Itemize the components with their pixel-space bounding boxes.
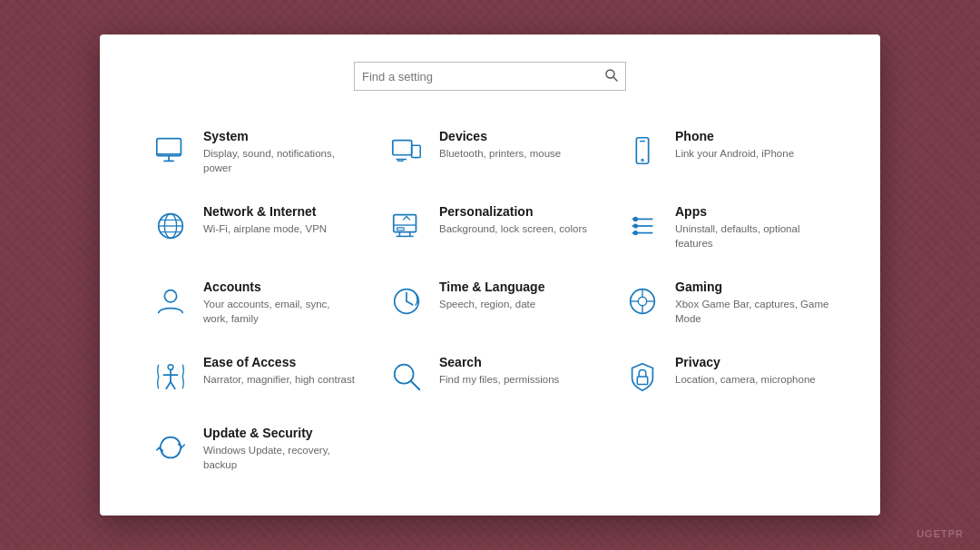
easeofaccess-desc: Narrator, magnifier, high contrast — [203, 372, 355, 387]
settings-item-updatesecurity[interactable]: Update & Security Windows Update, recove… — [136, 413, 372, 488]
svg-line-34 — [407, 301, 413, 305]
time-title: Time & Language — [439, 280, 544, 294]
apps-title: Apps — [675, 204, 829, 219]
svg-line-45 — [411, 381, 420, 390]
search-desc: Find my files, permissions — [439, 372, 559, 387]
personalization-text: Personalization Background, lock screen,… — [439, 204, 587, 236]
settings-window: System Display, sound, notifications, po… — [100, 34, 880, 516]
system-title: System — [203, 129, 358, 143]
settings-item-time[interactable]: Time & Language Speech, region, date — [372, 267, 608, 342]
gaming-title: Gaming — [675, 280, 829, 294]
privacy-title: Privacy — [675, 355, 816, 369]
apps-text: Apps Uninstall, defaults, optional featu… — [675, 204, 829, 250]
phone-text: Phone Link your Android, iPhone — [675, 129, 794, 161]
network-text: Network & Internet Wi-Fi, airplane mode,… — [203, 204, 327, 236]
easeofaccess-text: Ease of Access Narrator, magnifier, high… — [203, 355, 355, 387]
svg-point-29 — [634, 224, 638, 228]
personalization-desc: Background, lock screen, colors — [439, 221, 587, 236]
svg-rect-6 — [393, 141, 412, 155]
privacy-icon — [622, 357, 662, 397]
devices-icon — [387, 131, 426, 171]
svg-rect-21 — [397, 228, 405, 231]
search-bar-container — [136, 62, 844, 91]
updatesecurity-title: Update & Security — [203, 426, 358, 440]
easeofaccess-icon — [151, 357, 191, 397]
accounts-desc: Your accounts, email, sync, work, family — [203, 297, 358, 326]
network-title: Network & Internet — [203, 204, 327, 219]
privacy-text: Privacy Location, camera, microphone — [675, 355, 816, 387]
devices-title: Devices — [439, 129, 561, 143]
watermark: UGETPR — [916, 528, 964, 539]
devices-desc: Bluetooth, printers, mouse — [439, 146, 561, 161]
settings-item-privacy[interactable]: Privacy Location, camera, microphone — [608, 342, 844, 413]
devices-text: Devices Bluetooth, printers, mouse — [439, 129, 561, 161]
svg-rect-7 — [412, 145, 421, 157]
phone-icon — [622, 131, 662, 171]
svg-point-30 — [634, 231, 638, 235]
search-icon — [605, 69, 618, 84]
settings-item-easeofaccess[interactable]: Ease of Access Narrator, magnifier, high… — [136, 342, 372, 413]
search-icon — [387, 357, 426, 397]
settings-grid: System Display, sound, notifications, po… — [136, 116, 844, 488]
personalization-title: Personalization — [439, 204, 587, 219]
svg-point-41 — [168, 365, 173, 370]
network-desc: Wi-Fi, airplane mode, VPN — [203, 221, 327, 236]
search-title: Search — [439, 355, 559, 369]
apps-icon — [622, 206, 662, 246]
personalization-icon — [387, 206, 426, 246]
accounts-title: Accounts — [203, 280, 358, 294]
time-desc: Speech, region, date — [439, 297, 544, 311]
updatesecurity-icon — [151, 427, 191, 467]
updatesecurity-text: Update & Security Windows Update, recove… — [203, 426, 358, 472]
gaming-icon — [622, 281, 662, 321]
phone-desc: Link your Android, iPhone — [675, 146, 794, 161]
settings-item-system[interactable]: System Display, sound, notifications, po… — [136, 116, 372, 192]
svg-line-1 — [613, 77, 617, 81]
settings-item-apps[interactable]: Apps Uninstall, defaults, optional featu… — [608, 192, 844, 267]
system-desc: Display, sound, notifications, power — [203, 146, 358, 175]
gaming-text: Gaming Xbox Game Bar, captures, Game Mod… — [675, 280, 829, 326]
system-text: System Display, sound, notifications, po… — [203, 129, 358, 175]
search-bar[interactable] — [354, 62, 626, 91]
accounts-text: Accounts Your accounts, email, sync, wor… — [203, 280, 358, 326]
easeofaccess-title: Ease of Access — [203, 355, 355, 369]
svg-point-13 — [642, 159, 643, 161]
svg-point-36 — [638, 297, 647, 306]
settings-item-search[interactable]: Search Find my files, permissions — [372, 342, 608, 413]
gaming-desc: Xbox Game Bar, captures, Game Mode — [675, 297, 829, 326]
settings-item-network[interactable]: Network & Internet Wi-Fi, airplane mode,… — [136, 192, 372, 267]
accounts-icon — [151, 281, 191, 321]
svg-rect-2 — [157, 139, 181, 156]
search-text: Search Find my files, permissions — [439, 355, 559, 387]
time-icon — [387, 281, 426, 321]
network-icon — [151, 206, 191, 246]
settings-item-personalization[interactable]: Personalization Background, lock screen,… — [372, 192, 608, 267]
system-icon — [151, 131, 191, 171]
privacy-desc: Location, camera, microphone — [675, 372, 816, 387]
settings-item-phone[interactable]: Phone Link your Android, iPhone — [608, 116, 844, 192]
svg-rect-10 — [398, 160, 404, 162]
apps-desc: Uninstall, defaults, optional features — [675, 221, 829, 250]
search-input[interactable] — [362, 70, 605, 83]
time-text: Time & Language Speech, region, date — [439, 280, 544, 311]
settings-item-gaming[interactable]: Gaming Xbox Game Bar, captures, Game Mod… — [608, 267, 844, 342]
settings-item-accounts[interactable]: Accounts Your accounts, email, sync, wor… — [136, 267, 372, 342]
settings-item-devices[interactable]: Devices Bluetooth, printers, mouse — [372, 116, 608, 192]
updatesecurity-desc: Windows Update, recovery, backup — [203, 443, 358, 472]
phone-title: Phone — [675, 129, 794, 143]
svg-rect-46 — [637, 377, 647, 385]
svg-point-31 — [164, 290, 176, 302]
svg-point-28 — [634, 218, 638, 221]
